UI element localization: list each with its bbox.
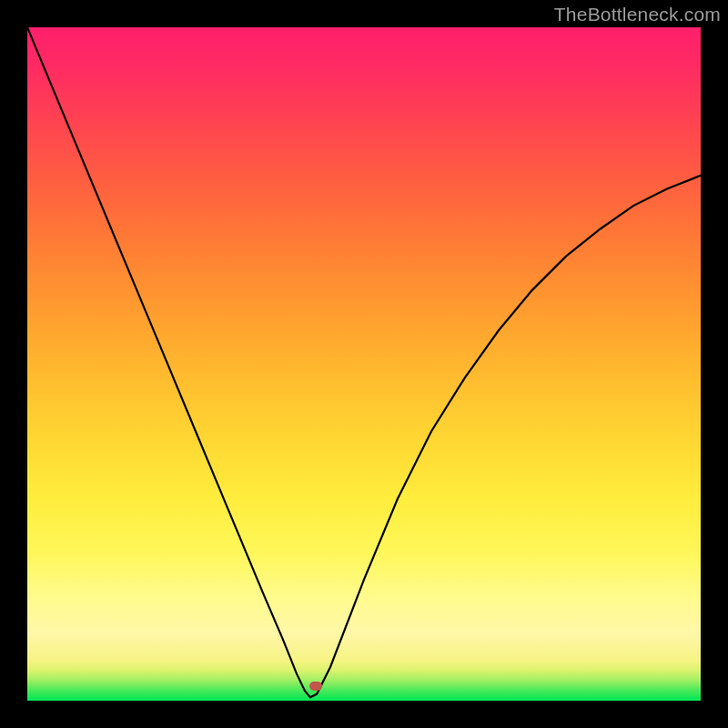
plot-area [27, 27, 701, 701]
optimal-marker [309, 682, 322, 691]
watermark-text: TheBottleneck.com [554, 4, 721, 25]
bottleneck-curve [27, 27, 701, 701]
chart-frame: TheBottleneck.com [0, 0, 728, 728]
curve-path [27, 27, 701, 697]
